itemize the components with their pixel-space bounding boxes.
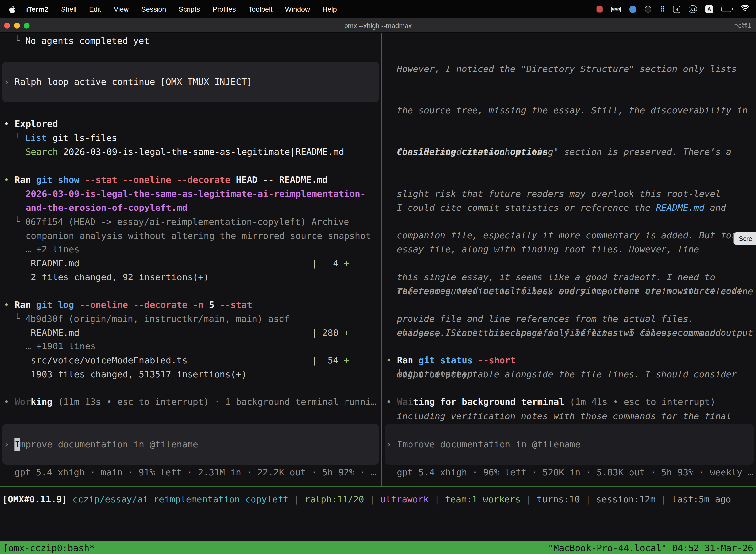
menu-item-scripts[interactable]: Scripts bbox=[172, 5, 206, 13]
window-shortcut-hint: ⌥⌘1 bbox=[734, 21, 751, 29]
reasoning-line: I could cite commit statistics or refere… bbox=[397, 201, 742, 215]
reasoning-line: essay file, along with finding root file… bbox=[397, 243, 742, 257]
separator: | bbox=[655, 494, 672, 504]
input-placeholder: mprove documentation in @filename bbox=[20, 437, 198, 451]
dots-grid-icon[interactable]: ⠿ bbox=[660, 5, 665, 13]
menu-item-window[interactable]: Window bbox=[279, 5, 316, 13]
pane-divider-vertical[interactable] bbox=[381, 33, 382, 486]
stat-cells: | 4 + bbox=[312, 257, 349, 271]
separator: | bbox=[289, 494, 305, 504]
essay-filename-line-2: and-the-erosion-of-copyleft.md bbox=[25, 201, 188, 215]
menu-item-help[interactable]: Help bbox=[316, 5, 343, 13]
recording-indicator-icon[interactable] bbox=[596, 6, 603, 12]
screen-overlay-tab[interactable]: Scre bbox=[734, 232, 756, 245]
reasoning-line: evidence. Since this change only affects… bbox=[397, 326, 753, 340]
spinner-shimmer: Wor bbox=[15, 397, 31, 407]
spinner-shimmer: Wai bbox=[397, 397, 413, 407]
gauge-61-icon[interactable]: .61 bbox=[689, 5, 697, 13]
ran-git-log-line: • Ran git log --oneline --decorate -n 5 … bbox=[4, 298, 252, 312]
app-dark-icon[interactable] bbox=[645, 6, 651, 12]
diffstat-summary: 2 files changed, 92 insertions(+) bbox=[31, 271, 209, 285]
tree-corner: └ bbox=[14, 133, 25, 143]
ralph-loop-banner: › Ralph loop active continue [OMX_TMUX_I… bbox=[2, 62, 379, 102]
separator: | bbox=[521, 494, 537, 504]
command-flags: --stat --oneline --decorate bbox=[85, 175, 236, 185]
commit-text: 067f154 (HEAD -> essay/ai-reimplementati… bbox=[25, 217, 349, 227]
menu-bar-status-icons: ⌨ ⠿ 8 .61 A bbox=[596, 5, 749, 13]
app-blue-icon[interactable] bbox=[629, 5, 636, 13]
omx-last-activity: last:5m ago bbox=[672, 494, 731, 504]
command-flags: --oneline --decorate -n bbox=[79, 299, 209, 310]
command-flags: --short bbox=[478, 355, 516, 365]
menu-item-edit[interactable]: Edit bbox=[83, 5, 107, 13]
terminal-pane-right[interactable]: However, I noticed the "Directory Struct… bbox=[382, 33, 756, 486]
tree-corner: └ bbox=[397, 369, 408, 379]
window-title-bar[interactable]: omx --xhigh --madmax ⌥⌘1 bbox=[0, 18, 756, 33]
pane-divider-horizontal[interactable] bbox=[0, 486, 756, 487]
list-verb: List bbox=[25, 133, 47, 143]
prompt-input[interactable]: › Improve documentation in @filename bbox=[2, 424, 379, 465]
working-label: king bbox=[31, 397, 52, 407]
prompt-input[interactable]: › Improve documentation in @filename bbox=[385, 424, 754, 465]
apple-menu-icon[interactable] bbox=[9, 5, 16, 13]
command-name: git show bbox=[36, 175, 85, 185]
command-flags-2: --stat bbox=[220, 299, 252, 310]
diffstat-row: README.md| 4 + bbox=[31, 257, 79, 271]
input-placeholder: Improve documentation in @filename bbox=[397, 437, 581, 451]
waiting-detail: (1m 41s • esc to interrupt) bbox=[564, 397, 715, 407]
menu-item-session[interactable]: Session bbox=[135, 5, 172, 13]
input-source-icon[interactable]: A bbox=[705, 5, 713, 13]
stat-plus: + bbox=[344, 328, 349, 338]
menu-bar: iTerm2 Shell Edit View Session Scripts P… bbox=[0, 0, 756, 18]
search-line: Search 2026-03-09-is-legal-the-same-as-l… bbox=[25, 145, 344, 159]
ran-label: Ran bbox=[15, 299, 36, 310]
search-verb: Search bbox=[25, 147, 58, 157]
waiting-label: ting for background terminal bbox=[413, 397, 564, 407]
stat-plus: + bbox=[344, 258, 349, 268]
more-lines-indicator: … +2 lines bbox=[25, 243, 80, 257]
zoom-button[interactable] bbox=[23, 22, 29, 28]
desktop: iTerm2 Shell Edit View Session Scripts P… bbox=[0, 0, 756, 554]
close-button[interactable] bbox=[4, 22, 10, 28]
menu-item-shell[interactable]: Shell bbox=[55, 5, 83, 13]
stat-cells: | 280 + bbox=[312, 326, 349, 340]
tmux-session-window: [omx-cczip0:bash* bbox=[3, 543, 95, 553]
reasoning-text: and bbox=[704, 203, 726, 213]
stat-filename: README.md bbox=[31, 258, 79, 268]
ran-git-show-line: • Ran git show --stat --oneline --decora… bbox=[4, 173, 328, 187]
diffstat-summary: 1903 files changed, 513517 insertions(+) bbox=[31, 368, 247, 382]
wifi-icon[interactable] bbox=[741, 5, 749, 13]
minimize-button[interactable] bbox=[14, 22, 19, 28]
reasoning-line: However, I noticed the "Directory Struct… bbox=[397, 62, 748, 76]
battery-icon[interactable] bbox=[721, 6, 733, 12]
commit-message-continuation: companion analysis without altering the … bbox=[25, 229, 371, 243]
menu-item-iterm2[interactable]: iTerm2 bbox=[20, 5, 55, 13]
reasoning-text: I could cite commit statistics or refere… bbox=[397, 203, 656, 213]
bullet-icon: • bbox=[4, 175, 15, 185]
badge-8-icon[interactable]: 8 bbox=[673, 5, 680, 13]
prompt-chevron: › bbox=[4, 75, 15, 89]
keyboard-icon[interactable]: ⌨ bbox=[611, 5, 621, 13]
separator: | bbox=[364, 494, 380, 504]
menu-item-profiles[interactable]: Profiles bbox=[206, 5, 242, 13]
menu-item-view[interactable]: View bbox=[107, 5, 135, 13]
menu-item-toolbelt[interactable]: Toolbelt bbox=[242, 5, 279, 13]
reasoning-line: The team guideline is to back every impo… bbox=[397, 284, 753, 298]
prompt-chevron: › bbox=[4, 437, 15, 451]
ran-git-status-line: • Ran git status --short bbox=[386, 354, 516, 368]
omx-session-time: session:12m bbox=[596, 494, 655, 504]
omx-branch-path: cczip/essay/ai-reimplementation-copyleft bbox=[73, 494, 289, 504]
session-status-line: gpt-5.4 xhigh · 96% left · 520K in · 5.8… bbox=[397, 466, 753, 480]
ralph-loop-text: Ralph loop active continue [OMX_TMUX_INJ… bbox=[15, 75, 252, 89]
tree-corner: └ bbox=[14, 314, 25, 324]
terminal-pane-left[interactable]: └ No agents completed yet › Ralph loop a… bbox=[0, 33, 381, 486]
prompt-chevron: › bbox=[386, 437, 397, 451]
readme-link[interactable]: README.md bbox=[656, 203, 704, 213]
text-cursor: I bbox=[15, 437, 20, 451]
battery-body bbox=[721, 6, 732, 12]
stat-plus: + bbox=[344, 355, 349, 365]
stat-filename: README.md bbox=[31, 328, 79, 338]
session-status-line: gpt-5.4 xhigh · main · 91% left · 2.31M … bbox=[14, 466, 376, 480]
waiting-status-line: • Waiting for background terminal (1m 41… bbox=[386, 395, 715, 409]
working-status-line: • Working (11m 13s • esc to interrupt) ·… bbox=[4, 395, 377, 409]
